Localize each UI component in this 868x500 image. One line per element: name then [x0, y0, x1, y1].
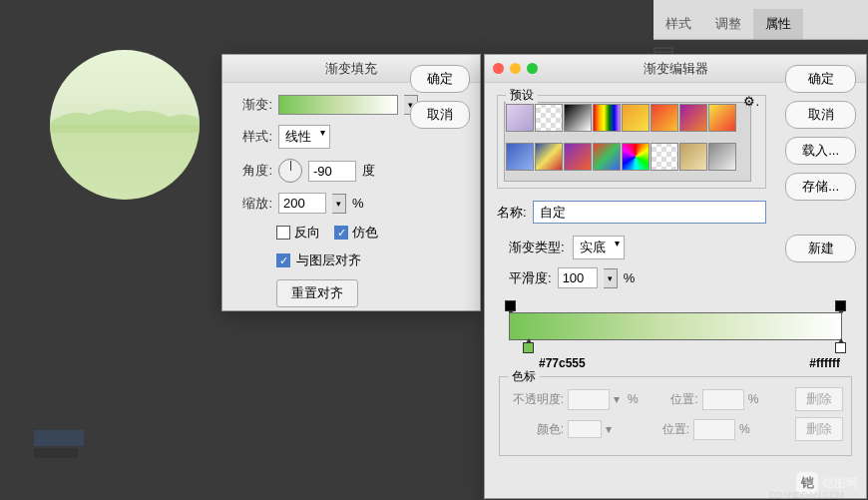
mountain-silhouette [50, 103, 200, 133]
angle-dial[interactable] [278, 159, 302, 183]
opacity-stops-track[interactable] [509, 298, 842, 312]
tab-properties[interactable]: 属性 [753, 9, 803, 39]
chevron-down-icon: ▾ [614, 392, 624, 406]
opacity-stop-left[interactable] [505, 300, 516, 311]
scale-dropdown-arrow[interactable]: ▾ [332, 194, 346, 214]
color-stop-left[interactable] [523, 342, 534, 353]
reverse-checkbox[interactable] [276, 226, 290, 240]
preset-swatch[interactable] [506, 104, 534, 132]
color-field-label: 颜色: [508, 421, 564, 438]
svg-rect-1 [34, 448, 78, 458]
preset-swatch[interactable] [564, 143, 592, 171]
chevron-down-icon: ▾ [606, 422, 616, 436]
color-left-hex: #77c555 [539, 356, 586, 370]
smoothness-dropdown-arrow[interactable]: ▾ [604, 268, 618, 288]
gradient-label: 渐变: [234, 96, 272, 114]
preset-swatch[interactable] [708, 104, 736, 132]
preset-swatch[interactable] [622, 104, 650, 132]
smoothness-label: 平滑度: [509, 269, 552, 287]
opacity-stop-right[interactable] [835, 300, 846, 311]
gradient-type-select[interactable]: 实底 [573, 236, 625, 259]
preset-swatch[interactable] [622, 143, 650, 171]
preset-swatch[interactable] [593, 104, 621, 132]
tab-adjustments[interactable]: 调整 [703, 9, 753, 39]
close-window-button[interactable] [493, 63, 504, 74]
scale-input[interactable] [278, 193, 326, 214]
watermark-url: DDANDDAN.COM [769, 490, 844, 500]
reset-align-button[interactable]: 重置对齐 [276, 279, 358, 307]
gradient-preview-swatch[interactable] [278, 95, 398, 115]
gradient-editor-cancel-button[interactable]: 取消 [785, 101, 856, 129]
gradient-circle-preview [50, 50, 200, 200]
color-stop-right[interactable] [835, 342, 846, 353]
preset-swatch[interactable] [708, 143, 736, 171]
tab-style[interactable]: 样式 [653, 9, 703, 39]
preset-swatch[interactable] [651, 143, 678, 171]
angle-unit: 度 [362, 162, 375, 180]
preset-swatch[interactable] [593, 143, 621, 171]
angle-input[interactable] [308, 161, 356, 182]
align-checkbox[interactable] [276, 253, 290, 267]
gradient-fill-ok-button[interactable]: 确定 [410, 65, 470, 93]
smoothness-input[interactable] [558, 267, 598, 288]
gradient-editor-load-button[interactable]: 载入... [785, 137, 856, 165]
style-label: 样式: [234, 128, 272, 146]
opacity-delete-button: 删除 [795, 387, 843, 411]
opacity-position-label: 位置: [643, 391, 698, 408]
opacity-field [568, 389, 610, 410]
dither-label: 仿色 [352, 224, 378, 242]
preset-swatch[interactable] [535, 143, 563, 171]
color-swatch [568, 420, 602, 438]
color-position-field [693, 419, 735, 440]
gradient-editor-dialog: 渐变编辑器 确定 取消 载入... 存储... 新建 预设 ⚙. [484, 54, 867, 499]
maximize-window-button[interactable] [527, 63, 538, 74]
angle-label: 角度: [234, 162, 272, 180]
canvas-area [0, 0, 219, 500]
color-right-hex: #ffffff [809, 356, 840, 370]
preset-swatch[interactable] [679, 104, 707, 132]
opacity-position-field [702, 389, 744, 410]
style-select[interactable]: 线性 [278, 125, 330, 149]
presets-menu-gear-icon[interactable]: ⚙. [743, 94, 759, 109]
color-position-label: 位置: [634, 421, 689, 438]
name-label: 名称: [497, 204, 527, 222]
scale-unit: % [352, 196, 364, 211]
panel-tabs: 样式 调整 属性 [653, 0, 868, 40]
watermark: 铠 铠图网 DDANDDAN.COM [796, 472, 858, 494]
gradient-editor-save-button[interactable]: 存储... [785, 173, 856, 201]
color-stops-track[interactable]: #77c555 #ffffff [509, 340, 842, 358]
svg-rect-0 [34, 430, 84, 446]
color-delete-button: 删除 [795, 417, 843, 441]
gradient-name-input[interactable] [533, 201, 766, 224]
gradient-fill-title: 渐变填充 [325, 60, 377, 78]
stops-section-label: 色标 [508, 368, 540, 385]
gradient-type-label: 渐变类型: [509, 239, 565, 256]
opacity-field-label: 不透明度: [508, 391, 564, 408]
bottom-left-mark [34, 430, 84, 460]
preset-swatch[interactable] [679, 143, 707, 171]
smoothness-unit: % [624, 270, 636, 285]
minimize-window-button[interactable] [510, 63, 521, 74]
align-label: 与图层对齐 [296, 251, 361, 269]
watermark-text: 铠图网 [822, 475, 858, 492]
gradient-fill-dialog: 渐变填充 确定 取消 渐变: ▾ 样式: 线性 角度: 度 缩放: ▾ % [221, 54, 481, 311]
gradient-bar[interactable] [509, 312, 842, 340]
preset-grid[interactable] [504, 102, 751, 182]
preset-swatch[interactable] [564, 104, 592, 132]
reverse-label: 反向 [294, 224, 320, 242]
preset-swatch[interactable] [535, 104, 563, 132]
gradient-editor-title: 渐变编辑器 [644, 60, 708, 78]
scale-label: 缩放: [234, 195, 272, 213]
presets-label: 预设 [506, 87, 538, 104]
gradient-fill-cancel-button[interactable]: 取消 [410, 101, 470, 129]
preset-swatch[interactable] [651, 104, 678, 132]
preset-swatch[interactable] [506, 143, 534, 171]
gradient-editor-new-button[interactable]: 新建 [785, 235, 856, 262]
gradient-editor-ok-button[interactable]: 确定 [785, 65, 856, 93]
dither-checkbox[interactable] [334, 226, 348, 240]
window-controls [493, 63, 538, 74]
